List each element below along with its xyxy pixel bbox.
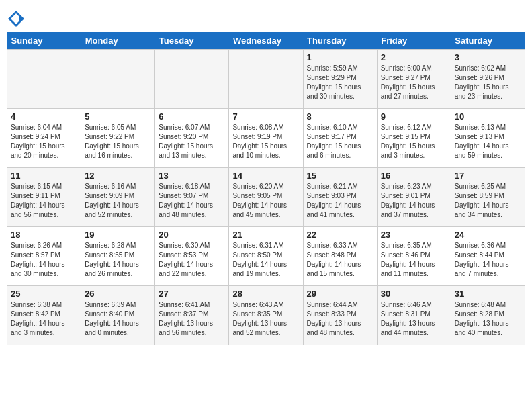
day-number: 7 <box>232 111 299 122</box>
day-number: 20 <box>159 230 225 240</box>
day-info: Sunrise: 6:16 AM Sunset: 9:09 PM Dayligh… <box>85 182 151 220</box>
day-number: 18 <box>11 230 77 240</box>
day-info: Sunrise: 6:05 AM Sunset: 9:22 PM Dayligh… <box>85 123 151 161</box>
calendar-cell: 6Sunrise: 6:07 AM Sunset: 9:20 PM Daylig… <box>155 109 229 168</box>
logo <box>7 9 28 28</box>
calendar-cell <box>81 50 155 109</box>
calendar-cell: 1Sunrise: 5:59 AM Sunset: 9:29 PM Daylig… <box>303 50 377 109</box>
day-info: Sunrise: 6:31 AM Sunset: 8:50 PM Dayligh… <box>232 241 299 279</box>
day-info: Sunrise: 6:07 AM Sunset: 9:20 PM Dayligh… <box>159 123 225 161</box>
calendar-cell: 2Sunrise: 6:00 AM Sunset: 9:27 PM Daylig… <box>377 50 451 109</box>
day-info: Sunrise: 6:25 AM Sunset: 8:59 PM Dayligh… <box>455 182 521 220</box>
day-number: 1 <box>307 52 373 62</box>
weekday-header-saturday: Saturday <box>451 32 525 50</box>
day-number: 27 <box>159 289 225 299</box>
day-info: Sunrise: 6:12 AM Sunset: 9:15 PM Dayligh… <box>381 123 447 161</box>
day-info: Sunrise: 5:59 AM Sunset: 9:29 PM Dayligh… <box>307 64 373 101</box>
calendar-cell: 22Sunrise: 6:33 AM Sunset: 8:48 PM Dayli… <box>303 227 377 286</box>
day-number: 3 <box>455 52 521 62</box>
day-number: 19 <box>85 230 151 240</box>
weekday-header-row: SundayMondayTuesdayWednesdayThursdayFrid… <box>7 32 525 50</box>
calendar-cell: 28Sunrise: 6:43 AM Sunset: 8:35 PM Dayli… <box>229 286 303 345</box>
calendar-cell: 3Sunrise: 6:02 AM Sunset: 9:26 PM Daylig… <box>451 50 525 109</box>
calendar-cell: 24Sunrise: 6:36 AM Sunset: 8:44 PM Dayli… <box>451 227 525 286</box>
day-info: Sunrise: 6:36 AM Sunset: 8:44 PM Dayligh… <box>455 241 521 279</box>
day-number: 21 <box>232 230 299 240</box>
day-number: 23 <box>381 230 447 240</box>
calendar-week-row: 4Sunrise: 6:04 AM Sunset: 9:24 PM Daylig… <box>7 109 525 168</box>
day-number: 9 <box>381 111 447 122</box>
day-number: 24 <box>455 230 521 240</box>
calendar-cell <box>155 50 229 109</box>
calendar-week-row: 11Sunrise: 6:15 AM Sunset: 9:11 PM Dayli… <box>7 168 525 227</box>
calendar-cell: 9Sunrise: 6:12 AM Sunset: 9:15 PM Daylig… <box>377 109 451 168</box>
day-info: Sunrise: 6:48 AM Sunset: 8:28 PM Dayligh… <box>455 300 521 338</box>
calendar-cell: 25Sunrise: 6:38 AM Sunset: 8:42 PM Dayli… <box>7 286 81 345</box>
day-number: 11 <box>11 171 77 181</box>
day-number: 16 <box>381 171 447 181</box>
day-number: 13 <box>159 171 225 181</box>
day-info: Sunrise: 6:18 AM Sunset: 9:07 PM Dayligh… <box>159 182 225 220</box>
day-info: Sunrise: 6:10 AM Sunset: 9:17 PM Dayligh… <box>307 123 373 161</box>
day-info: Sunrise: 6:30 AM Sunset: 8:53 PM Dayligh… <box>159 241 225 279</box>
day-number: 31 <box>455 289 521 299</box>
weekday-header-friday: Friday <box>377 32 451 50</box>
day-number: 6 <box>159 111 225 122</box>
day-info: Sunrise: 6:23 AM Sunset: 9:01 PM Dayligh… <box>381 182 447 220</box>
day-info: Sunrise: 6:44 AM Sunset: 8:33 PM Dayligh… <box>307 300 373 338</box>
calendar-cell: 18Sunrise: 6:26 AM Sunset: 8:57 PM Dayli… <box>7 227 81 286</box>
day-info: Sunrise: 6:08 AM Sunset: 9:19 PM Dayligh… <box>232 123 299 161</box>
day-number: 28 <box>232 289 299 299</box>
calendar-cell: 26Sunrise: 6:39 AM Sunset: 8:40 PM Dayli… <box>81 286 155 345</box>
calendar-table: SundayMondayTuesdayWednesdayThursdayFrid… <box>7 32 525 345</box>
weekday-header-thursday: Thursday <box>303 32 377 50</box>
day-number: 12 <box>85 171 151 181</box>
calendar-cell: 12Sunrise: 6:16 AM Sunset: 9:09 PM Dayli… <box>81 168 155 227</box>
calendar-week-row: 25Sunrise: 6:38 AM Sunset: 8:42 PM Dayli… <box>7 286 525 345</box>
calendar-cell: 7Sunrise: 6:08 AM Sunset: 9:19 PM Daylig… <box>229 109 303 168</box>
day-info: Sunrise: 6:21 AM Sunset: 9:03 PM Dayligh… <box>307 182 373 220</box>
day-number: 15 <box>307 171 373 181</box>
day-number: 14 <box>232 171 299 181</box>
day-info: Sunrise: 6:04 AM Sunset: 9:24 PM Dayligh… <box>11 123 77 161</box>
day-number: 25 <box>11 289 77 299</box>
day-info: Sunrise: 6:46 AM Sunset: 8:31 PM Dayligh… <box>381 300 447 338</box>
calendar-cell: 31Sunrise: 6:48 AM Sunset: 8:28 PM Dayli… <box>451 286 525 345</box>
day-info: Sunrise: 6:20 AM Sunset: 9:05 PM Dayligh… <box>232 182 299 220</box>
calendar-cell: 29Sunrise: 6:44 AM Sunset: 8:33 PM Dayli… <box>303 286 377 345</box>
day-info: Sunrise: 6:15 AM Sunset: 9:11 PM Dayligh… <box>11 182 77 220</box>
day-info: Sunrise: 6:28 AM Sunset: 8:55 PM Dayligh… <box>85 241 151 279</box>
calendar-cell: 4Sunrise: 6:04 AM Sunset: 9:24 PM Daylig… <box>7 109 81 168</box>
day-info: Sunrise: 6:02 AM Sunset: 9:26 PM Dayligh… <box>455 64 521 101</box>
calendar-cell: 17Sunrise: 6:25 AM Sunset: 8:59 PM Dayli… <box>451 168 525 227</box>
day-number: 2 <box>381 52 447 62</box>
day-info: Sunrise: 6:33 AM Sunset: 8:48 PM Dayligh… <box>307 241 373 279</box>
weekday-header-tuesday: Tuesday <box>155 32 229 50</box>
day-number: 22 <box>307 230 373 240</box>
calendar-cell: 19Sunrise: 6:28 AM Sunset: 8:55 PM Dayli… <box>81 227 155 286</box>
calendar-cell: 10Sunrise: 6:13 AM Sunset: 9:13 PM Dayli… <box>451 109 525 168</box>
calendar-cell: 27Sunrise: 6:41 AM Sunset: 8:37 PM Dayli… <box>155 286 229 345</box>
calendar-cell <box>229 50 303 109</box>
weekday-header-wednesday: Wednesday <box>229 32 303 50</box>
calendar-body: 1Sunrise: 5:59 AM Sunset: 9:29 PM Daylig… <box>7 50 525 345</box>
day-number: 10 <box>455 111 521 122</box>
calendar-cell: 15Sunrise: 6:21 AM Sunset: 9:03 PM Dayli… <box>303 168 377 227</box>
calendar-cell: 11Sunrise: 6:15 AM Sunset: 9:11 PM Dayli… <box>7 168 81 227</box>
logo-icon <box>7 9 26 28</box>
day-number: 17 <box>455 171 521 181</box>
day-info: Sunrise: 6:38 AM Sunset: 8:42 PM Dayligh… <box>11 300 77 338</box>
day-info: Sunrise: 6:43 AM Sunset: 8:35 PM Dayligh… <box>232 300 299 338</box>
calendar-cell: 13Sunrise: 6:18 AM Sunset: 9:07 PM Dayli… <box>155 168 229 227</box>
weekday-header-monday: Monday <box>81 32 155 50</box>
calendar-week-row: 1Sunrise: 5:59 AM Sunset: 9:29 PM Daylig… <box>7 50 525 109</box>
page-header <box>7 7 525 28</box>
calendar-cell: 8Sunrise: 6:10 AM Sunset: 9:17 PM Daylig… <box>303 109 377 168</box>
day-info: Sunrise: 6:00 AM Sunset: 9:27 PM Dayligh… <box>381 64 447 101</box>
weekday-header-sunday: Sunday <box>7 32 81 50</box>
day-number: 8 <box>307 111 373 122</box>
day-info: Sunrise: 6:13 AM Sunset: 9:13 PM Dayligh… <box>455 123 521 161</box>
calendar-cell: 5Sunrise: 6:05 AM Sunset: 9:22 PM Daylig… <box>81 109 155 168</box>
calendar-week-row: 18Sunrise: 6:26 AM Sunset: 8:57 PM Dayli… <box>7 227 525 286</box>
day-number: 5 <box>85 111 151 122</box>
